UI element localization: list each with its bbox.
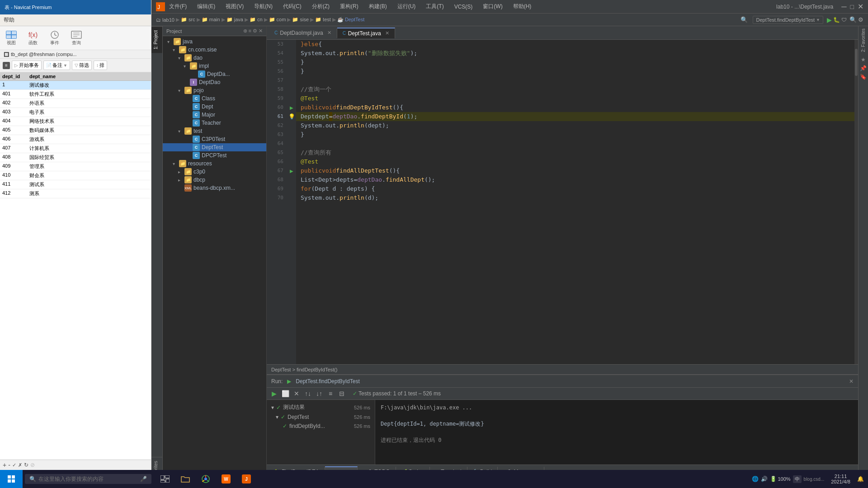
list-item[interactable]: ▾ 📁 pojo	[163, 86, 266, 94]
menu-view[interactable]: 视图(V)	[224, 2, 245, 11]
list-item[interactable]: ▾ ✓ 测试结果 526 ms	[269, 402, 373, 413]
list-item[interactable]: C Class	[163, 94, 266, 103]
table-row[interactable]: 412 测系	[0, 189, 151, 198]
taskbar-search-box[interactable]: 🔍 🎤	[25, 474, 151, 484]
project-tab[interactable]: 1: Project	[151, 26, 162, 53]
table-row[interactable]: 410 财会系	[0, 171, 151, 180]
cancel-btn[interactable]: ✗	[18, 462, 22, 468]
breadcrumb-java[interactable]: 📁 java	[226, 17, 243, 23]
breadcrumb-test[interactable]: 📁 test	[315, 17, 331, 23]
breadcrumb-cn[interactable]: 📁 cn	[250, 17, 263, 23]
run-filter-btn[interactable]: ✕	[292, 389, 302, 399]
file-explorer-btn[interactable]	[176, 470, 194, 488]
sync-icon[interactable]: ⊕	[243, 28, 247, 34]
search-icon[interactable]: 🔍	[741, 16, 748, 23]
menu-refactor[interactable]: 重构(R)	[338, 2, 360, 11]
window-close-btn[interactable]: ✕	[858, 2, 863, 11]
list-item[interactable]: XML beans-dbcp.xm...	[163, 184, 266, 192]
menu-navigate[interactable]: 导航(N)	[252, 2, 274, 11]
list-item[interactable]: C Dept	[163, 103, 266, 111]
app4-btn[interactable]: W	[217, 470, 235, 488]
table-row[interactable]: 409 管理系	[0, 162, 151, 171]
settings-icon[interactable]: ⚙	[253, 28, 257, 34]
debug-btn[interactable]: 🐛	[833, 17, 840, 23]
start-trans-btn[interactable]: ▷ 开始事务	[12, 61, 42, 70]
table-row[interactable]: 404 网络技术系	[0, 117, 151, 126]
menu-window[interactable]: 窗口(W)	[481, 2, 504, 11]
table-row[interactable]: 406 游戏系	[0, 135, 151, 144]
list-item[interactable]: C DeptTest	[163, 143, 266, 151]
rerun-btn[interactable]: ▶	[269, 389, 279, 399]
list-item[interactable]: ▾ 📁 cn.com.sise	[163, 46, 266, 54]
breadcrumb-src[interactable]: 📁 src	[181, 17, 195, 23]
list-item[interactable]: ✓ findDeptById... 526 ms	[269, 422, 373, 431]
task-view-btn[interactable]	[156, 470, 174, 488]
menu-edit[interactable]: 编辑(E)	[195, 2, 217, 11]
list-item[interactable]: ▾ 📁 resources	[163, 160, 266, 168]
event-btn[interactable]: 事件	[46, 28, 64, 47]
help-menu[interactable]: 帮助	[4, 17, 14, 23]
microphone-icon[interactable]: 🎤	[140, 476, 147, 482]
breadcrumb-lab10[interactable]: 🗂 lab10	[156, 17, 175, 23]
function-btn[interactable]: f(x) 函数	[24, 28, 42, 47]
run-sort-asc-btn[interactable]: ↑↓	[303, 389, 313, 399]
run-sort-desc-btn[interactable]: ↓↑	[314, 389, 324, 399]
tab-close-icon[interactable]: ✕	[327, 30, 331, 36]
list-item[interactable]: C Major	[163, 111, 266, 119]
table-row[interactable]: 1 测试修改	[0, 81, 151, 90]
run-gutter-icon2[interactable]: ▶	[287, 166, 296, 175]
favorites-label[interactable]: 2: Favorites	[859, 26, 867, 54]
pin-icon[interactable]: 📌	[860, 65, 867, 71]
menu-code[interactable]: 代码(C)	[281, 2, 303, 11]
menu-file[interactable]: 文件(F)	[167, 2, 189, 11]
list-item[interactable]: ▾ 📁 test	[163, 127, 266, 135]
list-item[interactable]: ▾ 📁 impl	[163, 62, 266, 70]
table-row[interactable]: 403 电子系	[0, 108, 151, 117]
table-row[interactable]: 405 数码媒体系	[0, 126, 151, 135]
list-item[interactable]: C Teacher	[163, 119, 266, 127]
list-item[interactable]: ▾ 📁 java	[163, 38, 266, 46]
delete-row-btn[interactable]: -	[8, 461, 10, 469]
search2-icon[interactable]: 🔍	[849, 16, 857, 23]
collapse-all-icon[interactable]: ≡	[249, 28, 251, 34]
breadcrumb-main[interactable]: 📁 main	[202, 17, 220, 23]
stop-btn[interactable]: ⬜	[280, 389, 290, 399]
notification-btn[interactable]: 🔔	[857, 472, 863, 486]
list-item[interactable]: C C3P0Test	[163, 135, 266, 143]
run-collapse-btn[interactable]: ⊟	[337, 389, 347, 399]
tab-close-active-icon[interactable]: ✕	[385, 30, 389, 36]
vertical-scrollbar[interactable]	[854, 40, 858, 364]
window-maximize-btn[interactable]: □	[850, 3, 854, 10]
list-item[interactable]: ▾ ✓ DeptTest 526 ms	[269, 413, 373, 422]
tab-deptdaoimpl[interactable]: C DeptDaoImpl.java ✕	[269, 28, 337, 38]
chrome-btn[interactable]	[197, 470, 215, 488]
breadcrumb-depttest[interactable]: ☕ DeptTest	[337, 17, 364, 23]
gear-icon[interactable]: ⚙	[858, 16, 863, 23]
menu-analyze[interactable]: 分析(Z)	[310, 2, 331, 11]
menu-vcs[interactable]: VCS(S)	[453, 3, 475, 11]
run-gutter-icon[interactable]: ▶	[287, 103, 296, 112]
menu-tools[interactable]: 工具(T)	[424, 2, 445, 11]
start-button[interactable]	[0, 470, 23, 488]
tab-depttest[interactable]: C DeptTest.java ✕	[337, 28, 395, 38]
table-row[interactable]: 411 测试系	[0, 180, 151, 189]
check-btn[interactable]: ✓	[12, 462, 16, 468]
intellij-btn[interactable]: J	[237, 470, 255, 488]
query-btn[interactable]: 查询	[67, 28, 85, 47]
list-item[interactable]: C DPCPTest	[163, 151, 266, 160]
menu-run[interactable]: 运行(U)	[396, 2, 418, 11]
run-with-coverage-btn[interactable]: 🛡	[841, 17, 847, 23]
table-row[interactable]: 402 外语系	[0, 99, 151, 108]
list-item[interactable]: ▸ 📁 dbcp	[163, 176, 266, 184]
window-minimize-btn[interactable]: ─	[841, 3, 846, 11]
view-btn[interactable]: 视图	[2, 28, 20, 47]
taskbar-search-input[interactable]	[38, 476, 129, 482]
refresh-btn[interactable]: ↻	[24, 462, 28, 468]
scrollbar-thumb[interactable]	[855, 49, 858, 76]
menu-icon[interactable]: ≡	[3, 62, 10, 69]
backup-btn[interactable]: 📄 备注 ▼	[43, 61, 70, 70]
close-panel-icon[interactable]: ✕	[259, 28, 263, 34]
input-method-icon[interactable]: 中	[793, 475, 802, 483]
list-item[interactable]: I DeptDao	[163, 78, 266, 86]
bookmark-icon[interactable]: 🔖	[860, 74, 867, 80]
